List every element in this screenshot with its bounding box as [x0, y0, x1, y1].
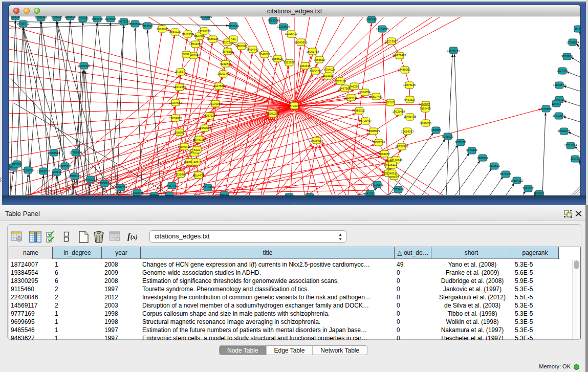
svg-text:10025488: 10025488 [393, 110, 405, 113]
svg-text:19166827: 19166827 [173, 131, 186, 134]
svg-text:1588520: 1588520 [272, 57, 283, 60]
svg-text:7515520: 7515520 [142, 25, 153, 28]
svg-text:2867608: 2867608 [236, 45, 247, 48]
svg-text:164095: 164095 [431, 128, 441, 132]
svg-text:9115460: 9115460 [420, 107, 430, 110]
svg-text:21364436: 21364436 [345, 96, 358, 99]
svg-text:9457791: 9457791 [166, 184, 178, 187]
svg-text:10107552: 10107552 [169, 101, 182, 104]
svg-text:23226058: 23226058 [198, 30, 211, 33]
svg-text:8427552: 8427552 [213, 84, 225, 87]
svg-text:19300273: 19300273 [267, 112, 279, 115]
svg-text:1071918: 1071918 [105, 17, 116, 20]
svg-text:8813054: 8813054 [268, 19, 279, 22]
svg-text:115112: 115112 [388, 163, 397, 166]
svg-text:6879197: 6879197 [455, 141, 466, 144]
svg-text:12213967: 12213967 [385, 40, 398, 43]
svg-text:9146821: 9146821 [259, 53, 270, 56]
svg-text:2887682: 2887682 [366, 18, 377, 21]
svg-text:12213389: 12213389 [173, 85, 186, 89]
svg-text:835061: 835061 [12, 163, 22, 166]
svg-text:8471676: 8471676 [500, 172, 511, 176]
svg-text:1362615: 1362615 [299, 64, 311, 68]
svg-text:10973493: 10973493 [394, 54, 406, 57]
svg-text:16033809: 16033809 [200, 16, 212, 18]
svg-text:9227349: 9227349 [557, 69, 568, 72]
svg-text:93234: 93234 [165, 194, 173, 195]
svg-text:20091406: 20091406 [35, 16, 48, 19]
svg-text:18807249: 18807249 [373, 141, 385, 144]
svg-text:8660124: 8660124 [169, 30, 181, 33]
svg-text:8186328: 8186328 [207, 37, 219, 40]
svg-text:15495758: 15495758 [404, 115, 417, 118]
svg-text:6466160: 6466160 [92, 17, 103, 20]
svg-text:489: 489 [193, 161, 198, 164]
svg-text:16120746: 16120746 [390, 159, 403, 162]
svg-text:2718170: 2718170 [175, 70, 186, 73]
svg-text:11174: 11174 [575, 28, 580, 31]
svg-text:9777169: 9777169 [335, 80, 346, 83]
svg-text:16782759: 16782759 [115, 186, 127, 189]
svg-text:9474444: 9474444 [466, 149, 477, 152]
svg-text:10671355: 10671355 [118, 20, 130, 23]
svg-text:19218506: 19218506 [277, 25, 290, 28]
svg-text:7663822: 7663822 [157, 28, 168, 31]
svg-text:10688609: 10688609 [367, 129, 380, 133]
svg-text:9242848: 9242848 [220, 62, 231, 65]
svg-text:1621022: 1621022 [322, 74, 334, 77]
svg-text:8222: 8222 [194, 148, 200, 151]
svg-text:12093873: 12093873 [553, 83, 566, 86]
svg-text:12975115: 12975115 [403, 83, 416, 86]
svg-text:124441: 124441 [552, 102, 561, 105]
svg-text:15751074: 15751074 [567, 41, 579, 44]
svg-text:8454749: 8454749 [247, 48, 258, 51]
svg-text:746266: 746266 [350, 85, 359, 88]
svg-text:7515526: 7515526 [129, 23, 141, 26]
svg-text:15692971: 15692971 [558, 129, 571, 133]
svg-text:8678332: 8678332 [193, 138, 205, 141]
svg-text:10543382: 10543382 [189, 42, 202, 46]
svg-text:16154838: 16154838 [376, 28, 389, 31]
svg-text:10756928: 10756928 [396, 145, 408, 148]
svg-text:19654985: 19654985 [169, 117, 182, 120]
svg-text:1527602: 1527602 [77, 17, 89, 20]
svg-text:12353594: 12353594 [199, 126, 211, 129]
svg-text:9827500: 9827500 [194, 34, 205, 37]
svg-text:95124: 95124 [306, 195, 314, 195]
svg-text:924565: 924565 [535, 192, 545, 195]
svg-text:6914479: 6914479 [193, 174, 204, 177]
svg-text:932344: 932344 [149, 194, 159, 195]
svg-text:3675685: 3675685 [222, 50, 233, 53]
svg-text:19384554: 19384554 [311, 139, 323, 142]
svg-text:17016504: 17016504 [564, 144, 577, 147]
svg-text:16961758: 16961758 [307, 50, 319, 53]
svg-text:14055712: 14055712 [17, 22, 30, 25]
svg-text:8990448: 8990448 [310, 69, 321, 72]
svg-text:2803144: 2803144 [217, 72, 229, 75]
svg-text:2935114: 2935114 [477, 157, 488, 160]
svg-text:12505135: 12505135 [69, 174, 81, 178]
svg-text:1156829: 1156829 [23, 169, 33, 172]
svg-text:546: 546 [231, 38, 235, 41]
svg-text:18640910: 18640910 [295, 41, 308, 44]
svg-text:2009140: 2009140 [51, 16, 62, 19]
svg-text:141361: 141361 [365, 192, 375, 195]
svg-text:14136141: 14136141 [371, 183, 384, 186]
svg-text:7955812: 7955812 [314, 58, 325, 61]
svg-text:7625402: 7625402 [175, 173, 186, 176]
svg-text:9699695: 9699695 [420, 122, 431, 125]
svg-text:1065528: 1065528 [64, 16, 76, 18]
svg-text:15720407: 15720407 [359, 119, 372, 122]
svg-text:8215955: 8215955 [540, 107, 552, 111]
svg-text:157164: 157164 [220, 193, 229, 195]
svg-text:16210643: 16210643 [553, 114, 565, 117]
svg-text:6794028: 6794028 [324, 68, 335, 71]
svg-text:24851: 24851 [388, 172, 396, 175]
svg-text:1733426: 1733426 [393, 188, 404, 191]
svg-text:10975887: 10975887 [59, 165, 72, 168]
svg-text:7485063: 7485063 [399, 68, 410, 71]
svg-text:8938923: 8938923 [442, 135, 453, 138]
svg-text:19654923: 19654923 [401, 130, 414, 133]
svg-text:95123: 95123 [285, 195, 293, 195]
svg-text:10654112: 10654112 [511, 179, 523, 182]
